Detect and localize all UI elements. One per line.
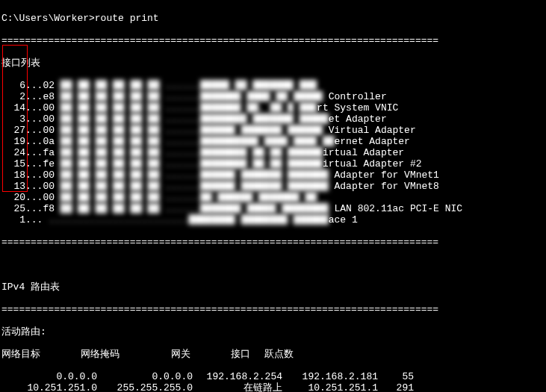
ipv4-route-table-header: IPv4 路由表 xyxy=(1,281,546,293)
interface-mac-fragment: 00 xyxy=(43,181,55,192)
interface-index: 3 xyxy=(1,113,25,125)
interface-mac-fragment: f8 xyxy=(43,203,55,214)
interface-row: 3...00 ██ ██ ██ ██ ██ ██ ......████████ … xyxy=(1,113,546,125)
route-destination: 10.251.251.0 xyxy=(1,382,97,392)
interface-index: 25 xyxy=(1,203,25,214)
interface-description-fragment: ernet Adapter xyxy=(335,136,410,147)
interface-row: 1... ........................████████ ██… xyxy=(1,214,546,225)
interface-obscured-text: ██ ██ ██ ██ ██ ██ ......███████ ████ ██ … xyxy=(61,91,323,102)
interface-row: 19...0a ██ ██ ██ ██ ██ ██ ......████████… xyxy=(1,136,546,147)
interface-index: 13 xyxy=(1,181,25,192)
interface-description-fragment: Virtual Adapter xyxy=(323,125,416,136)
interface-description-fragment: irtual Adapter xyxy=(323,147,404,158)
interface-obscured-text: ........................████████ ███████… xyxy=(49,214,328,225)
interface-index: 24 xyxy=(1,147,25,158)
interface-description-fragment: ace 1 xyxy=(329,214,358,225)
interface-index: 15 xyxy=(1,158,25,169)
interface-index: 14 xyxy=(1,102,25,113)
interface-row: 25...f8 ██ ██ ██ ██ ██ ██ ......███████ … xyxy=(1,203,546,214)
interface-obscured-text: ██ ██ ██ ██ ██ ██ ......██████████ ████-… xyxy=(61,136,335,147)
interface-obscured-text: ██ ██ ██ ██ ██ ██ ......██████ ███████ █… xyxy=(61,169,329,181)
interface-row: 20...00 ██ ██ ██ ██ ██ ██ ......██-█████… xyxy=(1,192,546,203)
interface-row: 14...00 ██ ██ ██ ██ ██ ██ ......███████ … xyxy=(1,102,546,113)
interface-obscured-text: ██ ██ ██ ██ ██ ██ ......██████ ███████ █… xyxy=(61,125,323,136)
interface-obscured-text: ██ ██ ██ ██ ██ ██ ......██-██████ ██████… xyxy=(61,192,317,203)
interface-mac-fragment: 02 xyxy=(43,80,55,91)
interface-description-fragment: Adapter for VMnet1 xyxy=(329,169,439,181)
interface-row: 13...00 ██ ██ ██ ██ ██ ██ ......██████ █… xyxy=(1,181,546,192)
route-gateway: 在链路上 xyxy=(193,382,282,392)
divider-top: ========================================… xyxy=(1,35,546,46)
interface-mac-fragment: e8 xyxy=(43,91,55,102)
route-netmask: 255.255.255.0 xyxy=(97,382,193,392)
route-metric: 55 xyxy=(378,371,414,382)
interface-list-header: 接口列表 xyxy=(1,57,546,69)
route-columns-header: 网络目标网络掩码网关接口跃点数 xyxy=(1,349,546,360)
route-destination: 0.0.0.0 xyxy=(1,371,97,382)
route-interface: 10.251.251.1 xyxy=(282,382,378,392)
route-interface: 192.168.2.181 xyxy=(282,371,378,382)
interface-row: 18...00 ██ ██ ██ ██ ██ ██ ......██████ █… xyxy=(1,169,546,181)
interface-index: 1 xyxy=(1,214,25,225)
interface-mac-fragment: fe xyxy=(43,158,55,169)
interface-row: 27...00 ██ ██ ██ ██ ██ ██ ......██████ █… xyxy=(1,125,546,136)
interface-obscured-text: ██ ██ ██ ██ ██ ██ ......████████ ██-██ █… xyxy=(61,158,323,169)
terminal-output: C:\Users\Worker>route print ============… xyxy=(0,0,546,392)
interface-mac-fragment: fa xyxy=(43,147,55,158)
interface-list: 6...02 ██ ██ ██ ██ ██ ██ ......█████ ██ … xyxy=(1,80,546,225)
prompt-line: C:\Users\Worker>route print xyxy=(1,13,546,24)
interface-index: 27 xyxy=(1,125,25,136)
route-table: 0.0.0.00.0.0.0192.168.2.254192.168.2.181… xyxy=(1,371,546,392)
interface-obscured-text: ██ ██ ██ ██ ██ ██ ......████████ ██-██ █… xyxy=(61,147,323,158)
interface-description-fragment: irtual Adapter #2 xyxy=(323,158,422,169)
interface-mac-fragment: 00 xyxy=(43,102,55,113)
route-metric: 291 xyxy=(378,382,414,392)
route-row: 0.0.0.00.0.0.0192.168.2.254192.168.2.181… xyxy=(1,371,546,382)
route-gateway: 192.168.2.254 xyxy=(193,371,282,382)
interface-index: 6 xyxy=(1,80,25,91)
route-row: 10.251.251.0255.255.255.0在链路上10.251.251.… xyxy=(1,382,546,392)
interface-index: 18 xyxy=(1,169,25,181)
interface-description-fragment: rt System VNIC xyxy=(317,102,398,113)
interface-obscured-text: ██ ██ ██ ██ ██ ██ ......███████ █████ ██… xyxy=(61,203,329,214)
interface-obscured-text: ██ ██ ██ ██ ██ ██ ......██████ ███████ █… xyxy=(61,181,329,192)
interface-obscured-text: ██ ██ ██ ██ ██ ██ ......████████ ███████… xyxy=(61,113,329,125)
interface-mac-fragment: 00 xyxy=(43,192,55,203)
route-netmask: 0.0.0.0 xyxy=(97,371,193,382)
interface-index: 20 xyxy=(1,192,25,203)
interface-description-fragment: LAN 802.11ac PCI-E NIC xyxy=(329,203,462,214)
interface-row: 2...e8 ██ ██ ██ ██ ██ ██ ......███████ █… xyxy=(1,91,546,102)
interface-row: 6...02 ██ ██ ██ ██ ██ ██ ......█████ ██ … xyxy=(1,80,546,91)
interface-row: 24...fa ██ ██ ██ ██ ██ ██ ......████████… xyxy=(1,147,546,158)
interface-description-fragment: Controller xyxy=(323,91,387,102)
interface-index: 19 xyxy=(1,136,25,147)
interface-description-fragment: Adapter for VMnet8 xyxy=(329,181,439,192)
interface-mac-fragment: 00 xyxy=(43,113,55,125)
interface-obscured-text: ██ ██ ██ ██ ██ ██ ......███████ ██, ██ █… xyxy=(61,102,317,113)
divider-ipv4: ========================================… xyxy=(1,304,546,315)
divider-after-ifaces: ========================================… xyxy=(1,237,546,248)
interface-mac-fragment: 00 xyxy=(43,169,55,181)
interface-index: 2 xyxy=(1,91,25,102)
interface-mac-fragment: 0a xyxy=(43,136,55,147)
interface-obscured-text: ██ ██ ██ ██ ██ ██ ......█████ ██ ███████… xyxy=(61,80,317,91)
active-routes-header: 活动路由: xyxy=(1,326,546,337)
interface-row: 15...fe ██ ██ ██ ██ ██ ██ ......████████… xyxy=(1,158,546,169)
interface-mac-fragment: 00 xyxy=(43,125,55,136)
interface-description-fragment: et Adapter xyxy=(329,113,387,125)
